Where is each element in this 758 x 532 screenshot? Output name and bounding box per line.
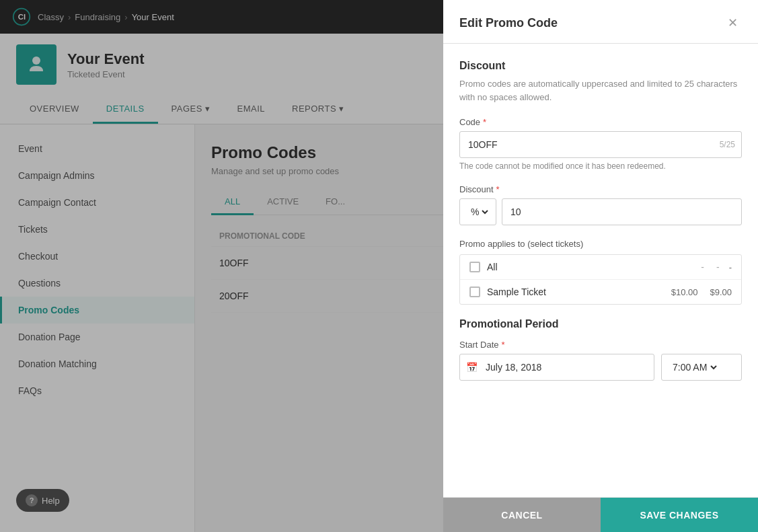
ticket-all-dash: - xyxy=(701,262,704,272)
code-counter: 5/25 xyxy=(720,140,735,149)
discount-type-dropdown[interactable]: % $ xyxy=(468,206,490,218)
code-hint: The code cannot be modified once it has … xyxy=(459,161,742,171)
ticket-sample-item[interactable]: Sample Ticket $10.00 $9.00 xyxy=(460,280,741,304)
date-input-wrapper: 📅 xyxy=(459,354,654,381)
code-input[interactable] xyxy=(459,131,742,158)
edit-panel-title: Edit Promo Code xyxy=(459,16,558,30)
start-date-input[interactable] xyxy=(459,354,654,381)
ticket-sample-sale: $9.00 xyxy=(710,287,732,297)
applies-to-group: Promo applies to (select tickets) All - … xyxy=(459,239,742,305)
discount-section-title: Discount xyxy=(459,60,742,72)
time-select-wrapper[interactable]: 7:00 AM 8:00 AM 9:00 AM xyxy=(661,354,742,381)
time-dropdown[interactable]: 7:00 AM 8:00 AM 9:00 AM xyxy=(670,361,719,373)
edit-panel: Edit Promo Code ✕ Discount Promo codes a… xyxy=(443,0,758,532)
close-button[interactable]: ✕ xyxy=(723,13,742,32)
discount-required: * xyxy=(496,184,500,194)
code-field-group: Code * 5/25 The code cannot be modified … xyxy=(459,117,742,171)
ticket-list: All - - - Sample Ticket $10.00 $9.00 xyxy=(459,254,742,305)
ticket-sample-price: $10.00 xyxy=(671,287,698,297)
discount-section-desc: Promo codes are automatically uppercased… xyxy=(459,77,742,104)
code-label: Code * xyxy=(459,117,742,127)
start-date-label: Start Date * xyxy=(459,340,742,350)
ticket-sample-name: Sample Ticket xyxy=(487,287,665,297)
edit-panel-header: Edit Promo Code ✕ xyxy=(443,0,758,44)
discount-row: % $ xyxy=(459,198,742,225)
period-title: Promotional Period xyxy=(459,318,742,330)
discount-field-group: Discount * % $ xyxy=(459,184,742,225)
ticket-all-name: All xyxy=(487,262,691,272)
ticket-all-checkbox[interactable] xyxy=(469,262,480,272)
edit-panel-body: Discount Promo codes are automatically u… xyxy=(443,44,758,497)
ticket-all-sep: - xyxy=(716,262,720,272)
ticket-all-sale: - xyxy=(729,262,732,272)
edit-panel-footer: CANCEL SAVE CHANGES xyxy=(443,497,758,532)
ticket-all-item[interactable]: All - - - xyxy=(460,255,741,280)
cancel-button[interactable]: CANCEL xyxy=(443,498,601,532)
date-row: 📅 7:00 AM 8:00 AM 9:00 AM xyxy=(459,354,742,381)
ticket-sample-checkbox[interactable] xyxy=(469,287,480,297)
save-changes-button[interactable]: SAVE CHANGES xyxy=(601,498,758,532)
start-date-required: * xyxy=(502,340,505,350)
code-required: * xyxy=(483,117,486,127)
discount-type-select[interactable]: % $ xyxy=(459,198,496,225)
overlay: Edit Promo Code ✕ Discount Promo codes a… xyxy=(0,0,758,532)
code-input-wrapper: 5/25 xyxy=(459,131,742,158)
applies-to-label: Promo applies to (select tickets) xyxy=(459,239,742,249)
discount-label: Discount * xyxy=(459,184,742,194)
calendar-icon: 📅 xyxy=(466,362,478,373)
discount-value-input[interactable] xyxy=(502,198,742,225)
start-date-group: Start Date * 📅 7:00 AM 8:00 AM 9:0 xyxy=(459,340,742,381)
